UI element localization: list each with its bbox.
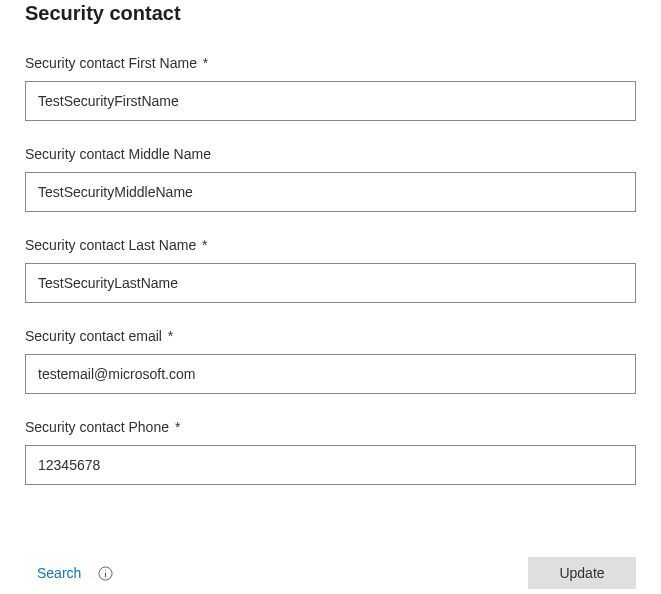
email-label: Security contact email * (25, 328, 636, 344)
phone-label: Security contact Phone * (25, 419, 636, 435)
search-link[interactable]: Search (25, 565, 81, 581)
first-name-group: Security contact First Name * (25, 55, 636, 121)
phone-group: Security contact Phone * (25, 419, 636, 485)
svg-point-2 (105, 569, 106, 570)
footer-left: Search (25, 565, 113, 581)
last-name-group: Security contact Last Name * (25, 237, 636, 303)
email-label-text: Security contact email (25, 328, 162, 344)
middle-name-input[interactable] (25, 172, 636, 212)
first-name-label-text: Security contact First Name (25, 55, 197, 71)
phone-label-text: Security contact Phone (25, 419, 169, 435)
last-name-label: Security contact Last Name * (25, 237, 636, 253)
middle-name-label: Security contact Middle Name (25, 146, 636, 162)
middle-name-label-text: Security contact Middle Name (25, 146, 211, 162)
middle-name-group: Security contact Middle Name (25, 146, 636, 212)
required-asterisk: * (202, 237, 207, 253)
first-name-input[interactable] (25, 81, 636, 121)
update-button[interactable]: Update (528, 557, 636, 589)
phone-input[interactable] (25, 445, 636, 485)
required-asterisk: * (175, 419, 180, 435)
email-input[interactable] (25, 354, 636, 394)
required-asterisk: * (168, 328, 173, 344)
last-name-label-text: Security contact Last Name (25, 237, 196, 253)
footer-bar: Search Update (25, 555, 636, 591)
info-icon[interactable] (97, 565, 113, 581)
first-name-label: Security contact First Name * (25, 55, 636, 71)
required-asterisk: * (203, 55, 208, 71)
email-group: Security contact email * (25, 328, 636, 394)
last-name-input[interactable] (25, 263, 636, 303)
page-title: Security contact (25, 0, 636, 25)
